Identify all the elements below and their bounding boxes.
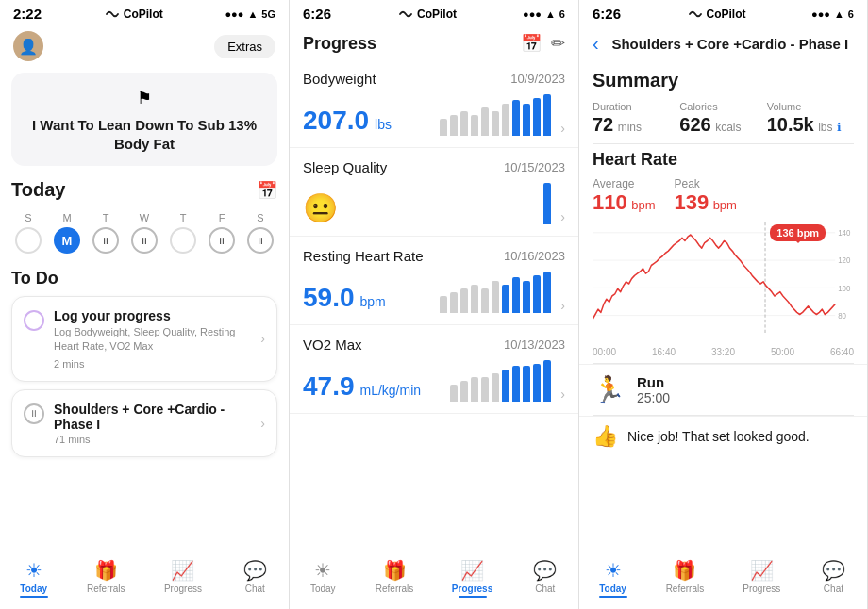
- copilot-text-3: CoPilot: [707, 8, 746, 21]
- nav-chat-2[interactable]: 💬 Chat: [531, 559, 559, 598]
- day-col-f: F ⏸: [205, 212, 239, 254]
- chevron-rhr: ›: [560, 298, 565, 313]
- referrals-label-1: Referrals: [87, 584, 125, 594]
- metric-date-vo2: 10/13/2023: [504, 337, 565, 352]
- bottom-nav-3: ☀ Today 🎁 Referrals 📈 Progress 💬 Chat: [579, 551, 867, 609]
- calendar-icon[interactable]: 📅: [257, 180, 277, 201]
- stat-label-volume: Volume: [767, 101, 854, 112]
- chevron-vo2: ›: [560, 387, 565, 402]
- progress-icon-1: 📈: [171, 559, 194, 582]
- today-label-2: Today: [310, 584, 336, 594]
- nav-progress-1[interactable]: 📈 Progress: [164, 559, 202, 598]
- extras-button[interactable]: Extras: [214, 35, 275, 58]
- chevron-sleep: ›: [560, 209, 565, 224]
- progress-icon-2: 📈: [460, 559, 484, 582]
- status-icons-2: ●●●▲6: [523, 8, 565, 20]
- todo-name-1: Log your progress: [54, 308, 260, 323]
- info-icon-volume[interactable]: ℹ: [837, 121, 842, 134]
- goal-card: ⚑ I Want To Lean Down To Sub 13% Body Fa…: [11, 73, 277, 166]
- metric-name-rhr: Resting Heart Rate: [303, 248, 424, 264]
- metric-name-bodyweight: Bodyweight: [303, 71, 376, 87]
- day-circle-f[interactable]: ⏸: [209, 227, 235, 254]
- nav-chat-1[interactable]: 💬 Chat: [241, 559, 269, 598]
- status-bar-3: 6:26 CoPilot ●●●▲6: [579, 0, 867, 25]
- nav-referrals-2[interactable]: 🎁 Referrals: [376, 559, 414, 598]
- referrals-icon-1: 🎁: [94, 559, 118, 582]
- time-2: 6:26: [303, 6, 331, 22]
- goal-flag-icon: ⚑: [137, 88, 152, 108]
- todo-dot-2: ⏸: [24, 403, 44, 424]
- nav-progress-3[interactable]: 📈 Progress: [743, 559, 780, 598]
- today-underline-1: [20, 596, 48, 598]
- hr-avg-value: 110: [593, 190, 627, 214]
- run-time: 25:00: [637, 390, 670, 405]
- back-button[interactable]: ‹: [593, 33, 599, 55]
- stat-calories: Calories 626 kcals: [679, 101, 766, 136]
- bars-bodyweight: [440, 94, 551, 136]
- calendar-icon-2[interactable]: 📅: [521, 33, 542, 54]
- day-circle-s1[interactable]: [15, 227, 42, 254]
- edit-icon-2[interactable]: ✏: [551, 33, 565, 54]
- day-col-t1: T ⏸: [89, 212, 123, 254]
- chevron-right-1: ›: [260, 331, 265, 346]
- metric-value-bodyweight: 207.0: [303, 106, 369, 136]
- todo-time-1: 2 mins: [54, 358, 260, 370]
- metric-value-vo2: 47.9: [303, 371, 355, 402]
- today-label-1: Today: [20, 584, 47, 594]
- todo-item-workout[interactable]: ⏸ Shoulders + Core +Cardio - Phase I 71 …: [11, 389, 277, 457]
- panel3-header: ‹ Shoulders + Core +Cardio - Phase I: [579, 25, 867, 60]
- day-circle-m[interactable]: M: [54, 227, 80, 254]
- nav-progress-2[interactable]: 📈 Progress: [452, 559, 492, 598]
- svg-text:140: 140: [838, 228, 851, 238]
- bars-vo2: [450, 360, 551, 402]
- nav-today-1[interactable]: ☀ Today: [20, 559, 48, 598]
- nav-chat-3[interactable]: 💬 Chat: [819, 559, 847, 598]
- metric-name-vo2: VO2 Max: [303, 337, 362, 353]
- nav-today-2[interactable]: ☀ Today: [309, 559, 337, 598]
- day-col-w: W ⏸: [127, 212, 161, 254]
- progress-label-2: Progress: [452, 584, 492, 594]
- stat-unit-duration: mins: [618, 121, 642, 134]
- day-circle-s2[interactable]: ⏸: [247, 227, 274, 254]
- day-circle-t1[interactable]: ⏸: [92, 227, 119, 254]
- day-col-t2: T: [166, 212, 200, 254]
- metric-rhr[interactable]: Resting Heart Rate 10/16/2023 59.0 bpm ›: [290, 237, 578, 325]
- summary-section: Summary Duration 72 mins Calories 626 kc…: [579, 60, 867, 143]
- stat-volume: Volume 10.5k lbs ℹ: [767, 101, 854, 136]
- stat-label-duration: Duration: [593, 101, 679, 112]
- hr-time-labels: 00:00 16:40 33:20 50:00 66:40: [593, 345, 854, 363]
- nav-referrals-1[interactable]: 🎁 Referrals: [87, 559, 125, 598]
- time-label-0: 00:00: [593, 347, 616, 357]
- todo-section: To Do Log your progress Log Bodyweight, …: [0, 261, 289, 465]
- time-1: 2:22: [13, 6, 42, 22]
- day-circle-t2[interactable]: [170, 227, 196, 254]
- chat-underline-3: [819, 596, 847, 598]
- stat-duration: Duration 72 mins: [593, 101, 679, 136]
- chat-underline-1: [241, 596, 269, 598]
- chat-label-3: Chat: [824, 584, 843, 594]
- bottom-nav-2: ☀ Today 🎁 Referrals 📈 Progress 💬 Chat: [290, 551, 578, 609]
- metric-bodyweight[interactable]: Bodyweight 10/9/2023 207.0 lbs ›: [290, 59, 578, 148]
- panel-2: 6:26 CoPilot ●●●▲6 Progress 📅 ✏ Bodyweig…: [290, 0, 579, 609]
- referrals-label-2: Referrals: [376, 584, 414, 594]
- time-label-3: 50:00: [771, 347, 794, 357]
- today-icon-2: ☀: [314, 559, 331, 582]
- metric-date-bodyweight: 10/9/2023: [510, 72, 565, 86]
- todo-item-log-progress[interactable]: Log your progress Log Bodyweight, Sleep …: [11, 296, 277, 382]
- nav-referrals-3[interactable]: 🎁 Referrals: [666, 559, 705, 598]
- nav-today-3[interactable]: ☀ Today: [599, 559, 627, 598]
- metric-vo2[interactable]: VO2 Max 10/13/2023 47.9 mL/kg/min ›: [290, 325, 578, 414]
- avatar[interactable]: 👤: [13, 31, 43, 61]
- day-col-s2: S ⏸: [243, 212, 277, 254]
- day-circle-w[interactable]: ⏸: [131, 227, 158, 254]
- chat-icon-1: 💬: [243, 559, 267, 582]
- today-underline-3: [599, 596, 627, 598]
- metric-date-rhr: 10/16/2023: [504, 249, 565, 263]
- todo-desc-1: Log Bodyweight, Sleep Quality, Resting H…: [54, 325, 260, 354]
- panel2-title: Progress: [303, 34, 376, 54]
- metric-sleep[interactable]: Sleep Quality 10/15/2023 😐 ›: [290, 148, 578, 237]
- hr-peak-value: 139: [674, 190, 709, 214]
- metric-unit-bodyweight: lbs: [375, 117, 392, 132]
- panel2-header: Progress 📅 ✏: [290, 25, 578, 59]
- today-title: Today: [11, 179, 65, 201]
